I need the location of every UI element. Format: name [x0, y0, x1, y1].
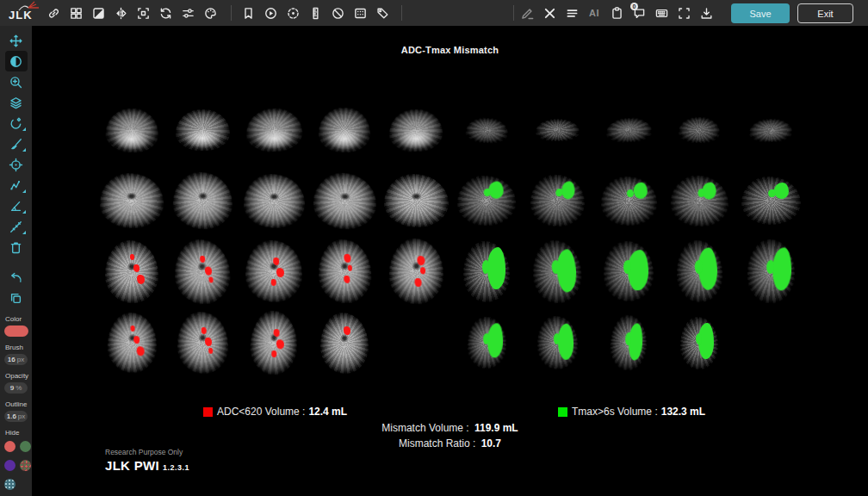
- layout-grid-icon[interactable]: [65, 2, 87, 24]
- tmax-legend-value: 132.3 mL: [661, 406, 705, 418]
- app-version: 1.2.3.1: [163, 463, 189, 472]
- opacity-unit: %: [16, 384, 22, 392]
- chat-badge: 0: [630, 3, 638, 10]
- angle-tool-icon[interactable]: [5, 195, 28, 216]
- menu-lines-icon[interactable]: [561, 2, 583, 24]
- brush-size-control[interactable]: 16 px: [4, 354, 28, 365]
- adc-overlay: [344, 254, 350, 263]
- keyboard-icon[interactable]: [650, 2, 673, 24]
- refresh-icon[interactable]: [154, 2, 177, 24]
- matrix-grid-icon[interactable]: [349, 2, 371, 24]
- adjust-sliders-icon[interactable]: [177, 2, 199, 24]
- copy-icon[interactable]: [5, 288, 28, 308]
- cross-tools-icon[interactable]: [538, 2, 561, 24]
- adc-overlay: [273, 329, 279, 337]
- hide-swatch-red[interactable]: [4, 441, 16, 452]
- tmax-overlay: [553, 333, 560, 345]
- brain-slice: [669, 174, 729, 227]
- zoom-in-tool-icon[interactable]: [5, 71, 28, 92]
- tmax-overlay: [696, 333, 702, 344]
- pencil-icon[interactable]: [516, 2, 538, 24]
- rotate-tool-icon[interactable]: [5, 113, 28, 133]
- adc-legend-swatch: [203, 407, 213, 417]
- hide-swatch-teal[interactable]: [4, 479, 16, 490]
- adc-overlay: [204, 265, 212, 274]
- invert-icon[interactable]: [87, 2, 109, 24]
- brain-slice: [177, 311, 228, 374]
- brush-controls: Color Brush 16 px Opacity 9 % Outline 1.…: [0, 315, 32, 490]
- toolbar-divider: [513, 5, 514, 21]
- tmax-legend-swatch: [558, 407, 567, 417]
- brain-slice: [741, 177, 801, 225]
- app-name: JLK PWI1.2.3.1: [105, 458, 189, 473]
- brain-slice: [104, 107, 159, 153]
- palette-icon[interactable]: [199, 2, 221, 24]
- clipboard-icon[interactable]: [605, 2, 628, 24]
- brain-slice: [176, 109, 230, 151]
- brain-slice: [388, 238, 444, 305]
- adc-overlay: [130, 326, 134, 332]
- adc-overlay: [414, 278, 421, 287]
- jlk-logo[interactable]: JLK: [7, 1, 43, 25]
- brain-slice: [243, 173, 305, 228]
- tmax-overlay: [698, 189, 705, 197]
- tag-icon[interactable]: [371, 2, 394, 24]
- tmax-legend-label: Tmax>6s Volume :: [572, 406, 658, 418]
- polyline-tool-icon[interactable]: [5, 175, 28, 195]
- hide-swatch-green[interactable]: [20, 441, 31, 452]
- tmax-overlay: [489, 181, 504, 198]
- brain-slice: [466, 316, 506, 369]
- legend-adc: ADC<620 Volume : 12.4 mL: [203, 406, 347, 418]
- link-icon[interactable]: [42, 2, 65, 24]
- target-icon[interactable]: [282, 2, 304, 24]
- delete-tool-icon[interactable]: [5, 237, 28, 257]
- exit-button[interactable]: Exit: [797, 3, 853, 23]
- hide-swatch-mixed[interactable]: [20, 460, 31, 471]
- tmax-overlay: [766, 259, 773, 274]
- fit-screen-icon[interactable]: [132, 2, 154, 24]
- toolbar-group-annotate: [237, 2, 394, 24]
- layers-tool-icon[interactable]: [5, 92, 28, 113]
- footer: Research Purpose Only JLK PWI1.2.3.1: [105, 448, 189, 473]
- ruler-icon[interactable]: [304, 2, 326, 24]
- fullscreen-icon[interactable]: [673, 2, 695, 24]
- ai-button[interactable]: AI: [583, 2, 605, 24]
- adc-overlay: [416, 256, 424, 265]
- adc-overlay: [271, 279, 276, 286]
- brain-slice: [529, 174, 585, 227]
- brain-slice: [536, 119, 580, 141]
- play-icon[interactable]: [259, 2, 282, 24]
- move-tool-icon[interactable]: [5, 30, 28, 51]
- brush-tool-icon[interactable]: [5, 133, 28, 154]
- mismatch-volume: Mismatch Volume : 119.9 mL: [32, 422, 868, 434]
- app-name-text: JLK PWI: [105, 458, 159, 473]
- color-swatch[interactable]: [4, 326, 28, 337]
- download-icon[interactable]: [695, 2, 717, 24]
- tmax-overlay: [626, 189, 633, 196]
- crosshair-tool-icon[interactable]: [5, 154, 28, 175]
- brain-slice: [384, 174, 449, 227]
- toolbar-divider: [231, 5, 232, 21]
- contrast-tool-icon[interactable]: [5, 51, 28, 71]
- ai-label: AI: [589, 8, 599, 18]
- undo-icon[interactable]: [5, 267, 28, 288]
- bookmark-icon[interactable]: [237, 2, 259, 24]
- chat-icon[interactable]: 0: [628, 2, 650, 24]
- brain-slice: [456, 175, 517, 226]
- tool-sidebar: Color Brush 16 px Opacity 9 % Outline 1.…: [0, 26, 32, 496]
- color-label: Color: [5, 315, 32, 323]
- outline-unit: px: [18, 412, 25, 420]
- measure-tool-icon[interactable]: [5, 216, 28, 237]
- opacity-control[interactable]: 9 %: [4, 382, 28, 394]
- hide-swatch-purple[interactable]: [4, 460, 16, 471]
- disable-icon[interactable]: [326, 2, 349, 24]
- tmax-overlay: [561, 181, 574, 199]
- opacity-label: Opacity: [5, 372, 32, 380]
- outline-control[interactable]: 1.6 px: [4, 411, 28, 422]
- brain-slice: [173, 238, 232, 305]
- flip-horizontal-icon[interactable]: [109, 2, 132, 24]
- save-button[interactable]: Save: [731, 3, 790, 23]
- brain-slice: [320, 313, 369, 374]
- mismatch-volume-label: Mismatch Volume :: [381, 422, 468, 434]
- brain-slice: [603, 240, 654, 301]
